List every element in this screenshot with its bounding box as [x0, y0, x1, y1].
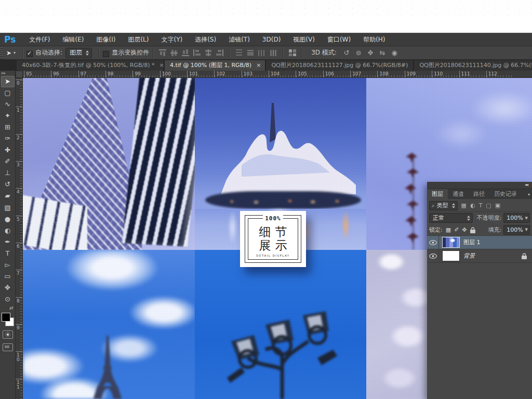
visibility-toggle[interactable] — [427, 249, 439, 262]
filter-type-layers-icon[interactable]: T — [479, 202, 483, 209]
distribute-horizontal-icon[interactable] — [270, 49, 277, 56]
panel-tab[interactable]: 历史记录 — [489, 189, 522, 199]
panel-tab[interactable]: 通道 — [448, 189, 469, 199]
lock-all-icon[interactable] — [470, 227, 475, 233]
3d-mode-icon[interactable]: ⇆ — [380, 49, 385, 57]
screen-mode-button[interactable] — [3, 343, 13, 351]
menu-item[interactable]: 窗口(W) — [321, 33, 357, 46]
tool-button[interactable]: ▢ — [1, 87, 15, 99]
menu-item[interactable]: 图像(I) — [90, 33, 122, 46]
close-icon[interactable]: × — [256, 60, 261, 71]
document-tab[interactable]: QQ图片20180623111140.jpg @ 66.7%(RGB/8#) × — [414, 60, 532, 71]
tool-button[interactable]: ▻ — [1, 260, 15, 271]
align-horizontal-centers-icon[interactable] — [205, 49, 212, 56]
menu-item[interactable]: 文件(F) — [23, 33, 56, 46]
panel-tab[interactable]: 图层 — [427, 189, 448, 199]
ps-logo[interactable]: Ps — [4, 34, 16, 45]
tool-button[interactable]: ↺ — [1, 179, 15, 191]
tool-button[interactable]: ▭ — [1, 271, 15, 283]
panel-tab-list: 图层通道路径历史记录 — [427, 189, 522, 199]
align-left-edges-icon[interactable] — [193, 49, 201, 56]
tool-button[interactable]: ∿ — [1, 99, 15, 110]
tool-button[interactable]: ✒ — [1, 236, 15, 248]
filter-type-dropdown[interactable]: ⌕ 类型 — [429, 201, 458, 210]
menu-item[interactable]: 选择(S) — [189, 33, 222, 46]
ruler-number: 3 — [16, 161, 22, 188]
tool-button[interactable]: ▧ — [1, 202, 15, 214]
align-vertical-centers-icon[interactable] — [170, 49, 178, 56]
tool-button[interactable]: ◐ — [1, 225, 15, 236]
lock-position-icon[interactable]: ✥ — [462, 227, 467, 233]
menu-item[interactable]: 视图(V) — [287, 33, 321, 46]
distribute-vertical-icon[interactable] — [247, 49, 254, 56]
filter-shape-layers-icon[interactable]: ▢ — [486, 202, 491, 209]
opacity-label: 不透明度: — [476, 214, 501, 222]
horizontal-ruler[interactable]: 9596979899100101102103104105106107108109… — [16, 71, 532, 78]
close-icon[interactable]: × — [413, 60, 414, 71]
menu-item[interactable]: 图层(L) — [122, 33, 155, 46]
blend-mode-dropdown[interactable]: 正常 — [429, 213, 473, 223]
swap-colors-icon[interactable]: ⇄ — [2, 305, 14, 311]
quick-mask-button[interactable] — [3, 330, 13, 339]
3d-mode-icon[interactable]: ◉ — [391, 49, 397, 57]
layer-name[interactable]: 背景 — [463, 252, 475, 260]
tool-button[interactable]: ⊞ — [1, 122, 15, 133]
filter-adjustment-layers-icon[interactable]: ◐ — [470, 202, 475, 209]
show-transform-checkbox[interactable] — [103, 51, 109, 57]
tool-button[interactable]: T — [1, 248, 15, 259]
tool-button[interactable]: ✚ — [1, 145, 15, 156]
3d-mode-icon[interactable]: ⊚ — [356, 49, 362, 57]
menu-item[interactable]: 滤镜(T) — [222, 33, 256, 46]
tool-button[interactable]: ✥ — [1, 283, 15, 294]
panel-tab[interactable]: 路径 — [469, 189, 489, 199]
detail-display-card: 100% 细节 展示 DETAIL DISPLAY — [240, 211, 306, 267]
document-tab[interactable]: 40x60-3款-7-恢复的.tif @ 50% (100%, RGB/8) *… — [17, 60, 164, 71]
layers-panel: ◂◂ 图层通道路径历史记录 ▾ ⌕ 类型 ▦ ◐ T ▢ ▣ 正常 不透明度: — [427, 182, 532, 399]
layer-thumbnail[interactable] — [442, 237, 460, 248]
document-tab[interactable]: 4.tif @ 100% (图层 1, RGB/8) × — [165, 60, 265, 71]
ruler-origin-box[interactable] — [16, 71, 23, 78]
document-tab[interactable]: QQ图片20180623111127.jpg @ 66.7%(RGB/8#) × — [266, 60, 414, 71]
tool-button[interactable]: ▰ — [1, 191, 15, 202]
3d-mode-icon[interactable]: ✥ — [368, 49, 374, 57]
fill-dropdown[interactable]: 100% ▼ — [503, 225, 530, 235]
opacity-dropdown[interactable]: 100% ▼ — [503, 213, 530, 223]
current-tool-badge[interactable]: ➤ ▾ — [6, 49, 16, 57]
close-icon[interactable]: × — [159, 60, 164, 71]
panel-menu-icon[interactable]: ▾ — [528, 192, 532, 199]
toolbar-collapse-icon[interactable]: ▸▸ — [0, 71, 15, 76]
align-bottom-edges-icon[interactable] — [182, 49, 189, 56]
menu-item[interactable]: 帮助(H) — [357, 33, 391, 46]
vertical-ruler[interactable]: 01234567891011 — [16, 78, 23, 399]
tool-button[interactable]: ✐ — [1, 156, 15, 168]
align-top-edges-icon[interactable] — [159, 49, 166, 56]
distribute-left-icon[interactable] — [258, 49, 265, 56]
layer-row[interactable]: 图层 1 — [427, 236, 532, 249]
tool-button[interactable]: ➤ — [1, 76, 15, 87]
3d-mode-icon[interactable]: ↺ — [344, 49, 350, 57]
layer-thumbnail[interactable] — [442, 250, 460, 261]
visibility-toggle[interactable] — [427, 236, 439, 249]
lock-pixels-icon[interactable]: ✐ — [454, 227, 459, 233]
lock-transparency-icon[interactable]: ▦ — [446, 227, 451, 233]
layer-name[interactable]: 图层 1 — [463, 238, 481, 246]
layer-row[interactable]: 背景 — [427, 249, 532, 263]
ruler-number: 107 — [350, 71, 377, 77]
tool-button[interactable]: ⊥ — [1, 168, 15, 179]
auto-select-checkbox[interactable] — [26, 51, 33, 57]
tool-button[interactable]: ● — [1, 214, 15, 225]
auto-align-layers-icon[interactable] — [289, 49, 296, 56]
foreground-color-swatch[interactable] — [2, 313, 10, 322]
tool-button[interactable]: ✦ — [1, 110, 15, 122]
filter-pixel-layers-icon[interactable]: ▦ — [461, 202, 467, 209]
menu-item[interactable]: 文字(Y) — [155, 33, 189, 46]
align-right-edges-icon[interactable] — [216, 49, 223, 56]
auto-select-target-dropdown[interactable]: 图层 — [65, 48, 92, 58]
filter-smart-objects-icon[interactable]: ▣ — [495, 202, 500, 209]
menu-item[interactable]: 编辑(E) — [57, 33, 90, 46]
tool-button[interactable]: ✑ — [1, 133, 15, 144]
distribute-top-icon[interactable] — [235, 49, 243, 56]
menu-item[interactable]: 3D(D) — [256, 33, 287, 46]
panel-collapse-icon[interactable]: ◂◂ — [427, 182, 532, 189]
tool-button[interactable]: ⊙ — [1, 294, 15, 305]
